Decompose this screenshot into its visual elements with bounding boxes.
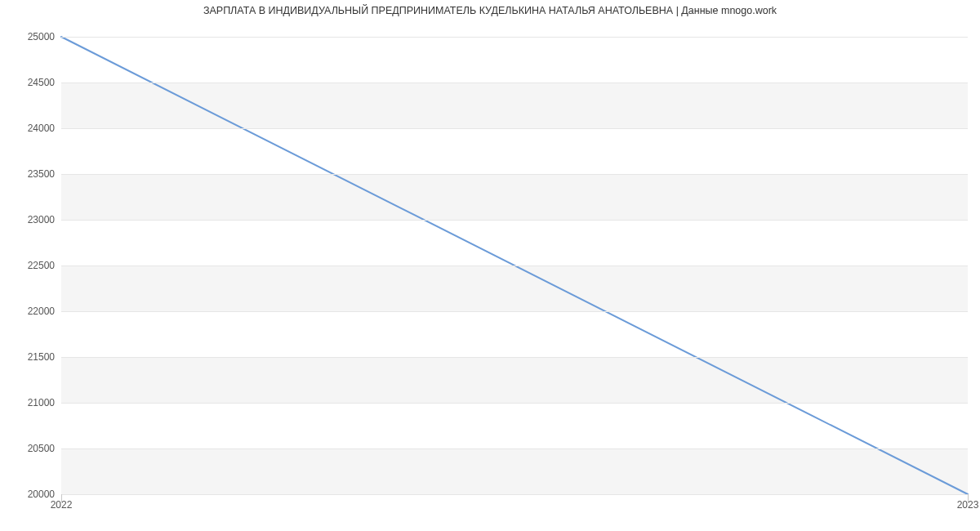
- x-tick-label: 2022: [51, 499, 73, 511]
- y-tick-label: 24000: [28, 123, 55, 134]
- gridline: [61, 128, 968, 129]
- chart-container: ЗАРПЛАТА В ИНДИВИДУАЛЬНЫЙ ПРЕДПРИНИМАТЕЛ…: [0, 0, 980, 531]
- gridline: [61, 37, 968, 38]
- y-tick-label: 24500: [28, 77, 55, 88]
- y-tick-label: 20500: [28, 443, 55, 454]
- gridline: [61, 448, 968, 449]
- y-tick-label: 22500: [28, 260, 55, 271]
- gridline: [61, 311, 968, 312]
- gridline: [61, 357, 968, 358]
- gridline: [61, 220, 968, 221]
- gridline: [61, 174, 968, 175]
- plot-area: 2000020500210002150022000225002300023500…: [61, 37, 968, 495]
- x-tick-label: 2023: [957, 499, 979, 511]
- y-tick-label: 21000: [28, 397, 55, 408]
- chart-title: ЗАРПЛАТА В ИНДИВИДУАЛЬНЫЙ ПРЕДПРИНИМАТЕЛ…: [0, 5, 980, 16]
- y-tick-label: 22000: [28, 306, 55, 317]
- gridline: [61, 83, 968, 83]
- gridline: [61, 403, 968, 404]
- y-tick-label: 25000: [28, 31, 55, 42]
- gridline: [61, 266, 968, 266]
- y-tick-label: 23500: [28, 168, 55, 180]
- y-tick-label: 23000: [28, 214, 55, 225]
- y-tick-label: 20000: [28, 489, 55, 500]
- gridline: [61, 494, 968, 495]
- y-tick-label: 21500: [28, 351, 55, 363]
